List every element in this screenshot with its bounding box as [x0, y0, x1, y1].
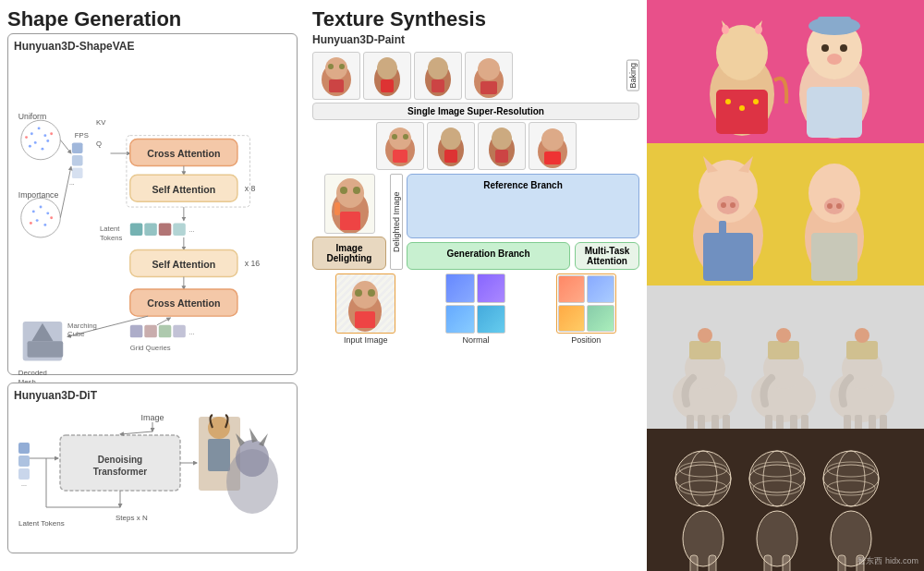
- svg-point-9: [25, 136, 28, 139]
- svg-point-136: [836, 203, 842, 209]
- right-img-row4: 智东西 hidx.com: [647, 429, 924, 572]
- left-panel: Shape Generation Hunyuan3D-ShapeVAE Unif…: [0, 0, 305, 571]
- svg-rect-170: [709, 555, 716, 571]
- position-grid: [556, 273, 616, 334]
- svg-rect-31: [130, 223, 143, 236]
- svg-rect-113: [716, 90, 768, 134]
- svg-point-121: [821, 44, 829, 52]
- input-image-col: Input Image: [312, 273, 419, 345]
- svg-point-108: [368, 289, 375, 297]
- svg-rect-153: [801, 415, 808, 429]
- svg-rect-179: [783, 555, 790, 571]
- view-thumb-6: [427, 122, 475, 170]
- svg-text:...: ...: [21, 480, 27, 487]
- cross-attn-bot: Cross Attention: [147, 298, 220, 309]
- svg-text:Cube: Cube: [67, 330, 85, 338]
- svg-point-76: [377, 57, 397, 79]
- svg-point-5: [46, 140, 49, 142]
- svg-point-3: [43, 134, 46, 137]
- bottom-inputs: Input Image Normal Position: [312, 273, 639, 345]
- latent-tokens-label: Latent: [100, 225, 120, 233]
- svg-rect-152: [790, 415, 797, 429]
- svg-point-157: [855, 328, 869, 343]
- svg-line-22: [60, 140, 71, 153]
- svg-rect-48: [159, 325, 172, 338]
- svg-point-123: [827, 54, 842, 65]
- svg-point-11: [32, 210, 35, 213]
- svg-point-1: [30, 132, 33, 135]
- svg-rect-103: [334, 202, 340, 215]
- normal-grid: [445, 273, 505, 334]
- svg-point-96: [541, 128, 564, 151]
- svg-point-128: [721, 202, 726, 208]
- shape-vae-label: Hunyuan3D-ShapeVAE: [14, 40, 291, 53]
- right-branch-col: Reference Branch Generation Branch Multi…: [407, 174, 639, 270]
- svg-rect-158: [844, 415, 851, 429]
- svg-point-129: [730, 202, 736, 208]
- svg-point-135: [827, 203, 833, 209]
- svg-point-116: [753, 99, 759, 104]
- fps-label: FPS: [75, 131, 89, 140]
- x16-label: x 16: [245, 259, 261, 268]
- ref-branch-box: Reference Branch: [407, 174, 639, 238]
- dit-box: Hunyuan3D-DiT Image Denoising Transforme…: [7, 383, 298, 553]
- svg-rect-77: [381, 79, 394, 92]
- shape-vae-box: Hunyuan3D-ShapeVAE Uniform Importance: [7, 33, 298, 375]
- normal-cell-1: [445, 273, 475, 303]
- dit-label: Hunyuan3D-DiT: [14, 389, 291, 402]
- svg-rect-86: [393, 150, 407, 163]
- branch-section: Image Delighting Delighted Image Referen…: [312, 174, 639, 270]
- grid-queries-label: Grid Queries: [130, 344, 171, 352]
- view-thumb-1: [312, 52, 360, 100]
- marching-cube-label: Marching: [67, 322, 97, 330]
- svg-point-93: [492, 128, 512, 150]
- svg-rect-55: [208, 439, 230, 471]
- svg-point-16: [30, 222, 32, 225]
- svg-point-6: [29, 145, 31, 148]
- dit-diagram: Image Denoising Transformer ...: [14, 407, 300, 551]
- svg-rect-137: [811, 233, 857, 281]
- img-delight-box: Image Delighting: [312, 237, 386, 270]
- cross-attn-top: Cross Attention: [147, 148, 220, 159]
- svg-text:Transformer: Transformer: [93, 467, 147, 477]
- position-col: Position: [533, 273, 639, 345]
- right-panel: 智东西 hidx.com: [647, 0, 924, 571]
- shape-gen-title: Shape Generation: [7, 7, 298, 31]
- svg-rect-94: [495, 150, 508, 163]
- normal-col: Normal: [422, 273, 529, 345]
- svg-line-64: [120, 431, 152, 434]
- svg-rect-142: [687, 415, 694, 429]
- svg-point-8: [50, 132, 53, 135]
- svg-text:...: ...: [189, 226, 195, 233]
- svg-rect-20: [72, 167, 83, 178]
- svg-point-79: [428, 57, 448, 79]
- svg-point-85: [389, 128, 411, 150]
- svg-point-174: [749, 451, 805, 506]
- uniform-label: Uniform: [18, 112, 46, 121]
- self-attn-top: Self Attention: [152, 184, 216, 195]
- paint-label: Hunyuan3D-Paint: [312, 33, 639, 46]
- right-img-row2: [647, 143, 924, 286]
- svg-rect-144: [711, 415, 719, 429]
- texture-syn-title: Texture Synthesis: [312, 7, 639, 31]
- right-img-row1: [647, 0, 924, 143]
- gen-branch-box: Generation Branch: [407, 242, 570, 270]
- svg-text:...: ...: [189, 329, 195, 335]
- svg-point-149: [776, 328, 791, 343]
- gen-multitask-row: Generation Branch Multi-Task Attention: [407, 242, 639, 270]
- svg-point-4: [34, 141, 37, 144]
- right-img-row3: [647, 286, 924, 429]
- svg-rect-151: [776, 415, 784, 429]
- decoded-mesh-label: Decoded: [18, 369, 47, 377]
- super-res-box: Single Image Super-Resolution: [312, 103, 639, 120]
- position-cell-3: [558, 305, 586, 333]
- svg-rect-19: [72, 155, 83, 166]
- svg-rect-46: [130, 325, 143, 338]
- svg-point-7: [42, 148, 44, 151]
- latent-tokens-dit-label: Latent Tokens: [18, 519, 65, 528]
- svg-rect-130: [703, 233, 753, 281]
- svg-rect-49: [173, 325, 186, 338]
- svg-rect-124: [807, 87, 862, 138]
- svg-point-12: [40, 206, 43, 209]
- svg-point-15: [43, 224, 46, 226]
